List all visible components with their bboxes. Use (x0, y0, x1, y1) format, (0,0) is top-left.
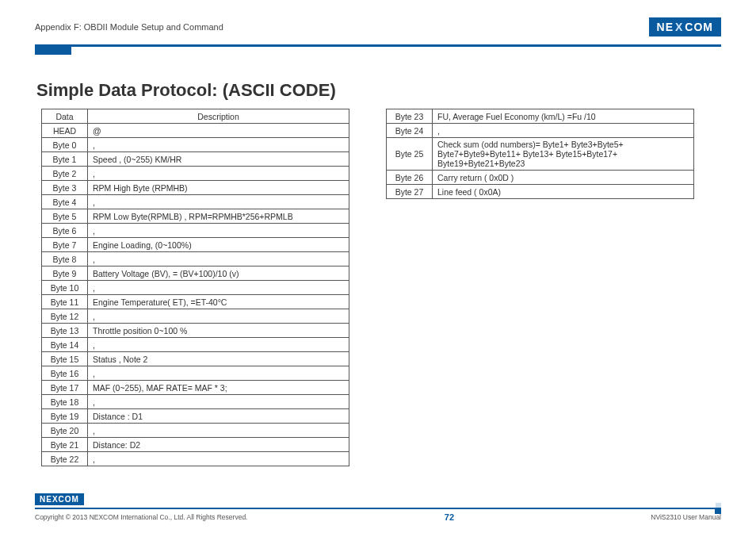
table-row: Byte 26Carry return ( 0x0D ) (387, 171, 694, 185)
table-row: Byte 21Distance: D2 (42, 438, 349, 452)
cell-desc: Engine Temperature( ET), =ET-40°C (88, 295, 349, 309)
cell-desc: Speed , (0~255) KM/HR (88, 152, 349, 167)
cell-data: Byte 8 (42, 252, 88, 266)
cell-desc: , (88, 309, 349, 324)
table-row: Byte 5RPM Low Byte(RPMLB) , RPM=RPMHB*25… (42, 209, 349, 224)
table-row: Byte 1Speed , (0~255) KM/HR (42, 152, 349, 167)
cell-desc: , (88, 395, 349, 409)
cell-data: Byte 22 (42, 452, 88, 466)
cell-data: Byte 15 (42, 352, 88, 366)
cell-desc: , (88, 424, 349, 438)
table-row: Byte 3RPM High Byte (RPMHB) (42, 181, 349, 195)
cell-data: Byte 10 (42, 281, 88, 295)
cell-desc: Distance: D2 (88, 438, 349, 452)
logo-text-a: NE (657, 21, 674, 33)
table-row: Byte 20, (42, 424, 349, 438)
table-row: Byte 0, (42, 138, 349, 152)
cell-data: Byte 5 (42, 209, 88, 224)
cell-data: Byte 25 (387, 138, 433, 171)
cell-desc: , (88, 167, 349, 181)
cell-desc: MAF (0~255), MAF RATE= MAF * 3; (88, 381, 349, 395)
cell-data: Byte 9 (42, 266, 88, 281)
col-header-desc: Description (88, 109, 349, 124)
cell-data: Byte 26 (387, 171, 433, 185)
table-row: Byte 8, (42, 252, 349, 266)
cell-desc: , (88, 366, 349, 381)
table-row: Byte 6, (42, 224, 349, 238)
table-row: Byte 14, (42, 338, 349, 352)
table-row: Byte 23FU, Average Fuel Economy (km/L) =… (387, 109, 694, 124)
cell-desc: , (88, 338, 349, 352)
table-row: Byte 13Throttle position 0~100 % (42, 324, 349, 338)
table-row: Byte 11Engine Temperature( ET), =ET-40°C (42, 295, 349, 309)
cell-data: HEAD (42, 124, 88, 138)
cell-desc: Line feed ( 0x0A) (433, 185, 694, 199)
footer-logo: NEXCOM (35, 493, 84, 505)
cell-desc: , (88, 224, 349, 238)
table-row: Byte 25Check sum (odd numbers)= Byte1+ B… (387, 138, 694, 171)
page-title: Simple Data Protocol: (ASCII CODE) (36, 80, 721, 101)
table-row: Byte 15Status , Note 2 (42, 352, 349, 366)
manual-name: NViS2310 User Manual (651, 513, 721, 521)
table-header-row: Data Description (42, 109, 349, 124)
cell-data: Byte 23 (387, 109, 433, 124)
cell-data: Byte 17 (42, 381, 88, 395)
cell-data: Byte 7 (42, 238, 88, 252)
table-row: Byte 27Line feed ( 0x0A) (387, 185, 694, 199)
cell-desc: , (433, 124, 694, 138)
cell-data: Byte 13 (42, 324, 88, 338)
cell-desc: , (88, 195, 349, 209)
table-row: Byte 4, (42, 195, 349, 209)
cell-desc: Carry return ( 0x0D ) (433, 171, 694, 185)
nexcom-logo: NEXCOM (649, 17, 721, 36)
cell-data: Byte 16 (42, 366, 88, 381)
protocol-table-right: Byte 23FU, Average Fuel Economy (km/L) =… (386, 109, 694, 199)
page-header: Appendix F: OBDII Module Setup and Comma… (35, 17, 721, 41)
cell-data: Byte 1 (42, 152, 88, 167)
table-row: Byte 17MAF (0~255), MAF RATE= MAF * 3; (42, 381, 349, 395)
header-tab-icon (35, 47, 71, 55)
cell-data: Byte 21 (42, 438, 88, 452)
cell-desc: Check sum (odd numbers)= Byte1+ Byte3+By… (433, 138, 694, 171)
cell-data: Byte 0 (42, 138, 88, 152)
footer-rule (35, 508, 721, 509)
cell-desc: Battery Voltage (BV), = (BV+100)/10 (v) (88, 266, 349, 281)
cell-desc: Engine Loading, (0~100%) (88, 238, 349, 252)
cell-desc: , (88, 138, 349, 152)
copyright-text: Copyright © 2013 NEXCOM International Co… (35, 513, 247, 521)
cell-desc: RPM Low Byte(RPMLB) , RPM=RPMHB*256+RPML… (88, 209, 349, 224)
cell-desc: Status , Note 2 (88, 352, 349, 366)
logo-text-b: COM (685, 21, 713, 33)
table-row: Byte 2, (42, 167, 349, 181)
header-rule (35, 44, 721, 47)
cell-desc: RPM High Byte (RPMHB) (88, 181, 349, 195)
logo-text-x: X (675, 21, 683, 33)
table-row: Byte 12, (42, 309, 349, 324)
table-row: Byte 22, (42, 452, 349, 466)
cell-data: Byte 2 (42, 167, 88, 181)
table-row: Byte 18, (42, 395, 349, 409)
cell-data: Byte 27 (387, 185, 433, 199)
appendix-label: Appendix F: OBDII Module Setup and Comma… (35, 22, 223, 32)
table-row: Byte 24, (387, 124, 694, 138)
page-footer: NEXCOM Copyright © 2013 NEXCOM Internati… (35, 491, 721, 522)
page-number: 72 (445, 512, 454, 522)
col-header-data: Data (42, 109, 88, 124)
cell-data: Byte 3 (42, 181, 88, 195)
cell-data: Byte 4 (42, 195, 88, 209)
table-row: Byte 10, (42, 281, 349, 295)
cell-data: Byte 24 (387, 124, 433, 138)
table-row: Byte 9Battery Voltage (BV), = (BV+100)/1… (42, 266, 349, 281)
cell-desc: @ (88, 124, 349, 138)
cell-data: Byte 20 (42, 424, 88, 438)
cell-desc: , (88, 452, 349, 466)
table-row: Byte 7Engine Loading, (0~100%) (42, 238, 349, 252)
tables-wrap: Data Description HEAD@Byte 0,Byte 1Speed… (35, 109, 721, 466)
cell-data: Byte 6 (42, 224, 88, 238)
cell-data: Byte 11 (42, 295, 88, 309)
cell-data: Byte 19 (42, 409, 88, 424)
table-row: Byte 16, (42, 366, 349, 381)
cell-desc: Throttle position 0~100 % (88, 324, 349, 338)
cell-desc: , (88, 281, 349, 295)
cell-desc: FU, Average Fuel Economy (km/L) =Fu /10 (433, 109, 694, 124)
